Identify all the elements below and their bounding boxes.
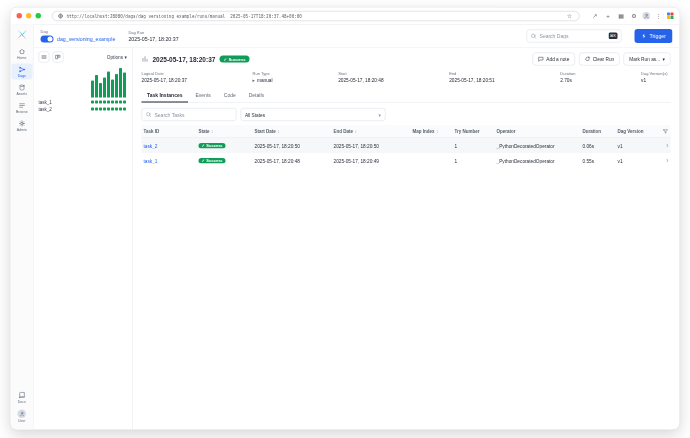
task-id-link[interactable]: task_2 [142, 143, 197, 149]
tab-events[interactable]: Events [190, 89, 216, 103]
task-instance-square[interactable] [103, 108, 106, 111]
task-instance-square[interactable] [91, 101, 94, 104]
grid-task-label[interactable]: task_2 [39, 107, 52, 112]
chevron-right-icon[interactable]: › [666, 142, 668, 149]
add-note-button[interactable]: Add a note [532, 53, 574, 66]
new-tab-icon[interactable]: + [604, 12, 613, 19]
grid-layout-button[interactable] [53, 52, 64, 63]
task-instance-square[interactable] [107, 101, 110, 104]
extensions-puzzle-icon[interactable]: ⚙ [630, 12, 639, 19]
dag-pause-toggle[interactable] [41, 35, 54, 42]
tab-overview-icon[interactable]: ▦ [617, 12, 626, 19]
task-instance-square[interactable] [123, 101, 126, 104]
check-icon: ✓ [223, 57, 227, 62]
col-state[interactable]: State↕ [197, 129, 253, 134]
sidebar-item-user[interactable]: User [11, 407, 32, 425]
app-header: Dag dag_versioning_example Dag Run 2025-… [34, 25, 680, 48]
task-instance-square[interactable] [99, 101, 102, 104]
run-duration-bar[interactable] [111, 80, 114, 98]
run-duration-bar[interactable] [119, 68, 122, 97]
airflow-logo[interactable] [16, 29, 28, 41]
trigger-dag-button[interactable]: Trigger [635, 29, 673, 43]
task-instance-square[interactable] [95, 108, 98, 111]
task-instance-square[interactable] [91, 108, 94, 111]
colorful-extension-icon[interactable] [667, 13, 674, 20]
sidebar-item-admin[interactable]: Admin [11, 118, 32, 134]
run-duration-bar[interactable] [115, 74, 118, 98]
sort-icon: ↕ [355, 129, 357, 134]
col-dag-version[interactable]: Dag Version [616, 129, 657, 134]
browser-menu-icon[interactable]: ⋮ [654, 12, 663, 19]
col-task-id[interactable]: Task ID [142, 129, 197, 134]
task-instance-square[interactable] [111, 108, 114, 111]
close-window-button[interactable] [17, 13, 23, 19]
tab-code[interactable]: Code [218, 89, 241, 103]
task-instance-square[interactable] [107, 108, 110, 111]
sidebar-item-docs[interactable]: Docs [11, 389, 32, 405]
grid-options-dropdown[interactable]: Options ▾ [107, 54, 127, 60]
task-instance-square[interactable] [119, 101, 122, 104]
filter-funnel-icon[interactable] [663, 128, 669, 134]
bookmark-star-icon[interactable]: ☆ [565, 12, 574, 19]
tab-details[interactable]: Details [243, 89, 269, 103]
meta-start: Start 2025-05-17, 18:20:48 [338, 72, 383, 84]
zoom-window-button[interactable] [36, 13, 42, 19]
sidebar-item-assets[interactable]: Assets [11, 82, 32, 98]
meta-value: 2.70s [560, 78, 575, 84]
share-icon[interactable]: ↗ [591, 12, 600, 19]
database-icon [18, 84, 25, 91]
table-row[interactable]: task_2 ✓Success 2025-05-17, 18:20:50 202… [142, 138, 671, 153]
start-date-cell: 2025-05-17, 18:20:48 [253, 158, 332, 164]
meta-value: v1 [641, 78, 667, 84]
task-instance-square[interactable] [99, 108, 102, 111]
tab-task-instances[interactable]: Task Instances [142, 89, 188, 103]
task-instance-square[interactable] [111, 101, 114, 104]
task-instance-square[interactable] [115, 101, 118, 104]
task-instance-square[interactable] [95, 101, 98, 104]
col-duration[interactable]: Duration [581, 129, 616, 134]
state-filter-select[interactable]: All States ▾ [241, 108, 386, 121]
search-dags-box[interactable]: ⌘K [527, 29, 622, 42]
workflow-icon [18, 66, 25, 73]
sidebar-item-browse[interactable]: Browse [11, 100, 32, 116]
task-instance-square[interactable] [123, 108, 126, 111]
task-instances-table: Task ID State↕ Start Date↕ End Date↕ Map… [142, 125, 671, 168]
grid-task-label[interactable]: task_1 [39, 100, 52, 105]
task-instance-square[interactable] [115, 108, 118, 111]
add-note-label: Add a note [546, 56, 569, 62]
chevron-right-icon[interactable]: › [666, 157, 668, 164]
run-action-buttons: Add a note Clear Run Mark Run as... ▾ [532, 53, 670, 66]
run-duration-bar[interactable] [107, 71, 110, 97]
run-duration-bar[interactable] [123, 73, 126, 98]
clear-run-button[interactable]: Clear Run [579, 53, 620, 66]
task-id-link[interactable]: task_1 [142, 158, 197, 164]
sidebar-item-home[interactable]: Home [11, 46, 32, 62]
manual-run-icon: ▸ [253, 78, 255, 84]
col-start-date[interactable]: Start Date↕ [253, 129, 332, 134]
address-bar[interactable]: http://localhost:28080/dags/dag_versioni… [52, 11, 580, 21]
run-duration-bar[interactable] [103, 78, 106, 98]
task-instance-square[interactable] [119, 108, 122, 111]
browser-profile-avatar[interactable] [643, 12, 651, 20]
minimize-window-button[interactable] [26, 13, 32, 19]
search-tasks-box[interactable] [142, 108, 237, 121]
grid-task-row: task_2 [39, 107, 128, 112]
task-instance-square[interactable] [103, 101, 106, 104]
run-duration-bar[interactable] [95, 75, 98, 97]
col-end-date[interactable]: End Date↕ [332, 129, 411, 134]
meta-value: 2025-05-17, 18:20:37 [142, 78, 187, 84]
mark-run-as-label: Mark Run as... [629, 56, 660, 62]
run-duration-bar[interactable] [99, 83, 102, 97]
search-dags-input[interactable] [540, 33, 606, 39]
mark-run-as-button[interactable]: Mark Run as... ▾ [624, 53, 671, 66]
col-try-number[interactable]: Try Number [453, 129, 495, 134]
col-map-index[interactable]: Map Index↕ [411, 129, 453, 134]
run-duration-bar[interactable] [91, 80, 94, 97]
meta-label: Start [338, 72, 383, 77]
sidebar-item-dags[interactable]: Dags [11, 64, 32, 80]
table-row[interactable]: task_1 ✓Success 2025-05-17, 18:20:48 202… [142, 153, 671, 168]
search-tasks-input[interactable] [155, 112, 233, 118]
grid-menu-button[interactable] [39, 52, 50, 63]
col-operator[interactable]: Operator [495, 129, 581, 134]
dag-name-link[interactable]: dag_versioning_example [57, 36, 115, 42]
